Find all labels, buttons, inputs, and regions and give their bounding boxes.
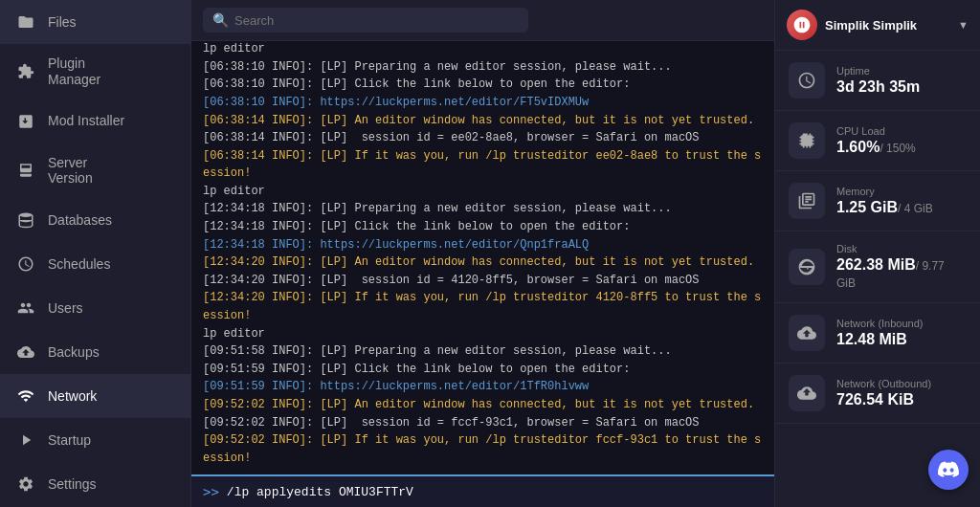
cpu-icon	[789, 122, 825, 159]
stat-value-uptime: 3d 23h 35m	[836, 78, 920, 96]
console-line: [09:52:02 INFO]: [LP] An editor window h…	[203, 396, 763, 414]
sidebar-item-server-version[interactable]: ServerVersion	[0, 143, 190, 199]
stat-value-cpu: 1.60%/ 150%	[836, 139, 916, 156]
stat-label-uptime: Uptime	[836, 65, 920, 77]
stat-value-network-out: 726.54 KiB	[836, 391, 931, 408]
database-icon	[15, 209, 36, 231]
stat-card-network-out: Network (Outbound) 726.54 KiB	[775, 364, 980, 424]
download-box-icon	[15, 111, 36, 132]
sidebar-item-startup[interactable]: Startup	[0, 418, 190, 462]
console-line: [09:51:58 INFO]: [LP] Preparing a new ed…	[203, 342, 763, 361]
console-line: [12:34:20 INFO]: [LP] If it was you, run…	[203, 289, 763, 324]
right-panel: Simplik Simplik ▼ Uptime 3d 23h 35m CPU …	[774, 0, 980, 507]
sidebar: Files PluginManager Mod Installer Server…	[0, 0, 191, 507]
stat-card-network-in: Network (Inbound) 12.48 MiB	[775, 303, 980, 364]
sidebar-item-backups[interactable]: Backups	[0, 330, 190, 374]
console-line: lp editor	[203, 41, 763, 58]
console-line: [12:34:20 INFO]: [LP] session id = 4120-…	[203, 272, 763, 290]
sidebar-item-schedules[interactable]: Schedules	[0, 242, 190, 286]
sidebar-item-users-label: Users	[48, 300, 83, 317]
console-line: [06:38:14 INFO]: [LP] An editor window h…	[203, 112, 763, 130]
sidebar-item-databases[interactable]: Databases	[0, 198, 190, 242]
stat-label-cpu: CPU Load	[836, 125, 916, 137]
sidebar-item-plugin-manager[interactable]: PluginManager	[0, 44, 190, 99]
search-wrap[interactable]: 🔍	[203, 8, 528, 33]
users-icon	[15, 298, 36, 319]
console-line: [06:38:14 INFO]: [LP] session id = ee02-…	[203, 129, 763, 147]
backup-icon	[15, 342, 36, 363]
sidebar-item-backups-label: Backups	[48, 344, 100, 361]
sidebar-item-mod-installer-label: Mod Installer	[48, 113, 124, 129]
clock-icon	[15, 254, 36, 275]
console-line: [09:51:59 INFO]: [LP] Click the link bel…	[203, 361, 763, 379]
search-input[interactable]	[234, 13, 519, 28]
stat-value-network-in: 12.48 MiB	[836, 331, 924, 348]
network-up-icon	[789, 375, 825, 411]
search-icon: 🔍	[212, 12, 229, 28]
stat-info-network-in: Network (Inbound) 12.48 MiB	[836, 318, 924, 348]
stat-label-memory: Memory	[836, 186, 933, 197]
console-line: [06:38:14 INFO]: [LP] If it was you, run…	[203, 147, 763, 183]
sidebar-item-plugin-manager-label: PluginManager	[48, 55, 100, 88]
console-line: [06:38:10 INFO]: https://luckperms.net/e…	[203, 94, 763, 112]
console-line: [06:38:10 INFO]: [LP] Preparing a new ed…	[203, 58, 763, 77]
stat-value-memory: 1.25 GiB/ 4 GiB	[836, 199, 933, 216]
topbar: 🔍	[191, 0, 774, 41]
console-output[interactable]: [12:54:22 INFO]: [LiteBans] Connecting t…	[191, 41, 774, 474]
console-line: lp editor	[203, 183, 763, 201]
console-line: [12:34:18 INFO]: [LP] Click the link bel…	[203, 218, 763, 236]
command-input[interactable]	[227, 485, 763, 499]
puzzle-icon	[15, 61, 36, 82]
console-line: [12:34:18 INFO]: [LP] Preparing a new ed…	[203, 200, 763, 218]
sidebar-item-settings[interactable]: Settings	[0, 462, 190, 506]
stat-info-network-out: Network (Outbound) 726.54 KiB	[836, 378, 931, 408]
sidebar-item-files-label: Files	[48, 14, 77, 31]
stat-card-memory: Memory 1.25 GiB/ 4 GiB	[775, 171, 980, 231]
stat-label-network-out: Network (Outbound)	[836, 378, 931, 389]
console-line: [12:34:18 INFO]: https://luckperms.net/e…	[203, 236, 763, 254]
stat-cards-container: Uptime 3d 23h 35m CPU Load 1.60%/ 150% M…	[775, 51, 980, 424]
server-icon	[15, 160, 36, 181]
stat-info-disk: Disk 262.38 MiB/ 9.77 GiB	[836, 243, 967, 291]
avatar	[787, 10, 817, 40]
stat-label-network-in: Network (Inbound)	[836, 318, 924, 329]
sidebar-item-server-version-label: ServerVersion	[48, 155, 93, 187]
stat-info-memory: Memory 1.25 GiB/ 4 GiB	[836, 186, 933, 216]
sidebar-item-users[interactable]: Users	[0, 286, 190, 330]
disk-icon	[789, 249, 825, 285]
network-down-icon	[789, 315, 825, 351]
sidebar-item-network-label: Network	[48, 388, 97, 405]
sidebar-item-databases-label: Databases	[48, 212, 112, 229]
svg-point-0	[19, 213, 33, 218]
stat-card-uptime: Uptime 3d 23h 35m	[775, 51, 980, 111]
sidebar-item-startup-label: Startup	[48, 432, 91, 449]
sidebar-item-schedules-label: Schedules	[48, 256, 110, 273]
stat-info-uptime: Uptime 3d 23h 35m	[836, 65, 920, 96]
stat-card-cpu: CPU Load 1.60%/ 150%	[775, 111, 980, 171]
console-line: [12:34:20 INFO]: [LP] An editor window h…	[203, 254, 763, 272]
memory-icon	[789, 183, 825, 219]
clock-icon	[789, 62, 825, 99]
network-icon	[15, 386, 36, 407]
console-line: [09:52:02 INFO]: [LP] session id = fccf-…	[203, 414, 763, 432]
chevron-down-icon: ▼	[958, 19, 969, 31]
stat-value-disk: 262.38 MiB/ 9.77 GiB	[836, 256, 967, 291]
stat-card-disk: Disk 262.38 MiB/ 9.77 GiB	[775, 231, 980, 303]
sidebar-item-mod-installer[interactable]: Mod Installer	[0, 99, 190, 143]
discord-button[interactable]	[928, 450, 969, 490]
stat-info-cpu: CPU Load 1.60%/ 150%	[836, 125, 916, 156]
server-header[interactable]: Simplik Simplik ▼	[775, 0, 980, 51]
console-line: lp editor	[203, 325, 763, 343]
command-prompt: >>	[203, 484, 219, 499]
sidebar-item-settings-label: Settings	[48, 476, 97, 493]
sidebar-item-files[interactable]: Files	[0, 0, 190, 44]
console-line: [09:52:02 INFO]: [LP] If it was you, run…	[203, 431, 763, 467]
sidebar-item-network[interactable]: Network	[0, 374, 190, 418]
stat-label-disk: Disk	[836, 243, 967, 254]
startup-icon	[15, 430, 36, 451]
server-name: Simplik Simplik	[825, 18, 917, 33]
settings-icon	[15, 474, 36, 495]
command-bar: >>	[191, 474, 774, 507]
console-line: [09:51:59 INFO]: https://luckperms.net/e…	[203, 378, 763, 396]
folder-icon	[15, 11, 36, 33]
